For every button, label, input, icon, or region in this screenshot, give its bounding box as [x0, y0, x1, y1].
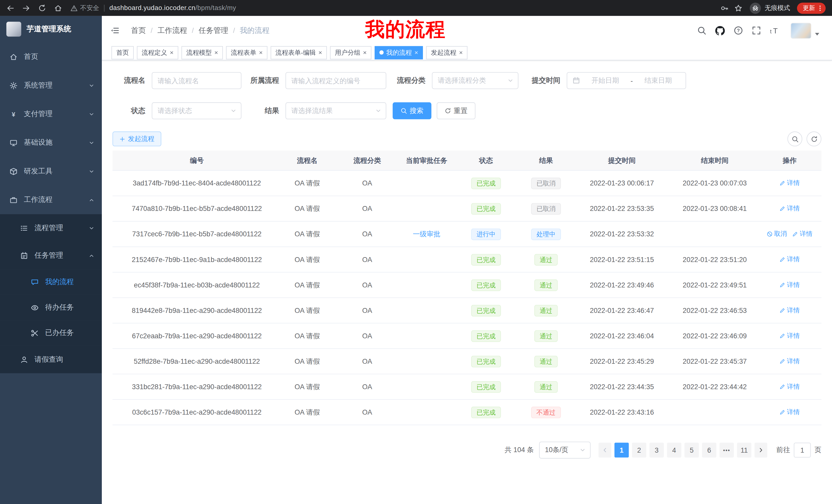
close-icon[interactable]: ×: [170, 49, 173, 56]
cell-id: 819442e8-7b9a-11ec-a290-acde48001122: [113, 306, 281, 314]
sidebar-item-todo-tasks[interactable]: 待办任务: [0, 295, 102, 320]
incognito-icon: [750, 2, 761, 13]
sidebar: 芋道管理系统 首页系统管理¥支付管理基础设施研发工具工作流程流程管理任务管理我的…: [0, 16, 102, 504]
app-logo[interactable]: 芋道管理系统: [0, 16, 102, 43]
next-page-button[interactable]: [755, 443, 768, 457]
toggle-search-button[interactable]: [787, 132, 802, 146]
hamburger-icon[interactable]: [110, 26, 119, 35]
page-size-select[interactable]: 10条/页: [539, 442, 591, 458]
browser-home-icon[interactable]: [54, 4, 62, 12]
browser-update-button[interactable]: 更新: [797, 2, 826, 13]
breadcrumb-workflow[interactable]: 工作流程: [157, 26, 187, 35]
process-definition-label: 所属流程: [249, 76, 279, 85]
detail-action[interactable]: 详情: [780, 281, 800, 289]
sidebar-item-workflow[interactable]: 工作流程: [0, 186, 102, 214]
browser-forward-icon[interactable]: [22, 4, 30, 12]
detail-action[interactable]: 详情: [780, 408, 800, 417]
tab-process-model[interactable]: 流程模型×: [182, 46, 223, 59]
tab-start-process[interactable]: 发起流程×: [426, 46, 467, 59]
sidebar-item-infrastructure[interactable]: 基础设施: [0, 128, 102, 157]
cell-actions: 详情: [758, 204, 822, 213]
sidebar-item-dev-tools[interactable]: 研发工具: [0, 157, 102, 186]
tab-user-group[interactable]: 用户分组×: [330, 46, 371, 59]
detail-action[interactable]: 详情: [780, 331, 800, 340]
category-select[interactable]: 请选择流程分类: [432, 72, 518, 89]
reset-button[interactable]: 重置: [437, 102, 476, 119]
process-definition-input[interactable]: [285, 72, 386, 89]
sidebar-item-my-process[interactable]: 我的流程: [0, 269, 102, 295]
page-button[interactable]: 11: [737, 443, 752, 457]
cell-process-name: OA 请假: [281, 357, 333, 366]
tool-icon: [9, 167, 18, 175]
pagination-more-button[interactable]: •••: [720, 443, 734, 457]
cell-submit-time: 2022-01-22 23:45:29: [572, 357, 672, 365]
close-icon[interactable]: ×: [259, 49, 262, 56]
help-icon[interactable]: ?: [734, 26, 743, 35]
fullscreen-icon[interactable]: [752, 26, 761, 35]
submit-time-range[interactable]: 开始日期 - 结束日期: [567, 72, 686, 89]
browser-menu-icon[interactable]: [816, 5, 824, 11]
sidebar-item-leave-query[interactable]: 请假查询: [0, 346, 102, 373]
sidebar-item-payment-mgmt[interactable]: ¥支付管理: [0, 100, 102, 128]
prev-page-button[interactable]: [599, 443, 612, 457]
github-icon[interactable]: [715, 26, 725, 35]
cell-status: 已完成: [452, 330, 520, 342]
detail-action[interactable]: 详情: [780, 204, 800, 213]
detail-action[interactable]: 详情: [780, 179, 800, 188]
tab-my-process[interactable]: 我的流程×: [374, 46, 423, 59]
close-icon[interactable]: ×: [318, 49, 322, 56]
cell-category: OA: [333, 230, 401, 238]
breadcrumb-home[interactable]: 首页: [131, 26, 146, 35]
detail-action[interactable]: 详情: [792, 230, 812, 239]
detail-action[interactable]: 详情: [780, 357, 800, 366]
tab-process-form[interactable]: 流程表单×: [226, 46, 267, 59]
cancel-action[interactable]: 取消: [767, 230, 787, 239]
security-status[interactable]: 不安全: [71, 3, 99, 12]
start-process-button[interactable]: 发起流程: [113, 132, 161, 146]
cell-id: 7317cec6-7b9b-11ec-b5b7-acde48001122: [113, 230, 281, 238]
close-icon[interactable]: ×: [363, 49, 367, 56]
page-button[interactable]: 2: [632, 443, 646, 457]
result-badge: 不通过: [531, 407, 561, 418]
address-bar[interactable]: 不安全 dashboard.yudao.iocoder.cn/bpm/task/…: [71, 3, 721, 12]
page-button[interactable]: 6: [702, 443, 716, 457]
tab-home[interactable]: 首页: [111, 46, 134, 59]
breadcrumb-separator: /: [151, 26, 153, 34]
refresh-table-button[interactable]: [807, 132, 822, 146]
font-size-icon[interactable]: tT: [770, 26, 779, 35]
status-select[interactable]: 请选择状态: [152, 102, 241, 119]
page-jump-input[interactable]: [794, 443, 811, 457]
chevron-down-icon: [89, 82, 95, 88]
password-key-icon[interactable]: [721, 4, 729, 12]
current-task-link[interactable]: 一级审批: [413, 230, 440, 238]
close-icon[interactable]: ×: [414, 49, 418, 56]
user-menu[interactable]: [791, 23, 819, 38]
sidebar-item-task-mgmt[interactable]: 任务管理: [0, 242, 102, 269]
sidebar-item-process-mgmt[interactable]: 流程管理: [0, 214, 102, 242]
detail-action[interactable]: 详情: [780, 255, 800, 264]
search-icon: [400, 108, 407, 114]
page-button[interactable]: 4: [667, 443, 681, 457]
page-button[interactable]: 3: [649, 443, 664, 457]
breadcrumb-task-mgmt[interactable]: 任务管理: [199, 26, 228, 35]
result-badge: 通过: [534, 356, 558, 367]
detail-action[interactable]: 详情: [780, 382, 800, 391]
tab-process-form-edit[interactable]: 流程表单-编辑×: [271, 46, 327, 59]
detail-action[interactable]: 详情: [780, 306, 800, 315]
bookmark-star-icon[interactable]: [734, 4, 742, 12]
search-button[interactable]: 搜索: [393, 102, 432, 119]
browser-back-icon[interactable]: [6, 4, 15, 12]
page-button[interactable]: 5: [684, 443, 699, 457]
page-button[interactable]: 1: [615, 443, 629, 457]
close-icon[interactable]: ×: [214, 49, 218, 56]
browser-reload-icon[interactable]: [38, 4, 46, 12]
sidebar-item-home[interactable]: 首页: [0, 43, 102, 71]
sidebar-item-system-mgmt[interactable]: 系统管理: [0, 71, 102, 100]
sidebar-item-done-tasks[interactable]: 已办任务: [0, 320, 102, 346]
header-search-icon[interactable]: [697, 26, 706, 35]
tab-process-definition[interactable]: 流程定义×: [137, 46, 178, 59]
close-icon[interactable]: ×: [459, 49, 463, 56]
result-select[interactable]: 请选择流结果: [285, 102, 386, 119]
process-name-input[interactable]: [152, 72, 241, 89]
result-placeholder: 请选择流结果: [291, 106, 375, 116]
